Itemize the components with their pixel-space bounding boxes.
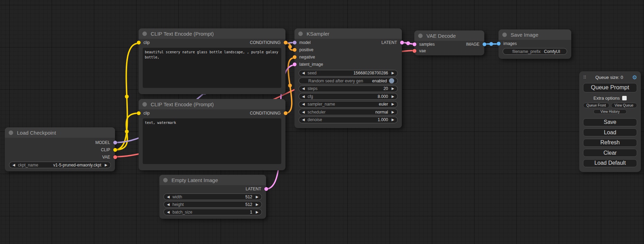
node-clip-text-encode-negative[interactable]: CLIP Text Encode (Prompt) clip CONDITION…: [139, 99, 285, 170]
images-input-dot[interactable]: [497, 42, 501, 45]
stepper-right-icon[interactable]: ▶: [391, 110, 394, 114]
widget-value: 8.000: [378, 94, 388, 99]
widget-label: sampler_name: [308, 102, 335, 107]
latent-output-dot[interactable]: [400, 40, 404, 44]
node-vae-decode[interactable]: VAE Decode samples IMAGE vae: [414, 30, 484, 55]
link-midpoint-dot: [288, 45, 292, 49]
save-button[interactable]: Save: [583, 118, 637, 126]
collapse-dot-icon[interactable]: [142, 102, 147, 107]
stepper-right-icon[interactable]: ▶: [391, 87, 394, 90]
node-title: Empty Latent Image: [171, 177, 218, 183]
node-clip-text-encode-positive[interactable]: CLIP Text Encode (Prompt) clip CONDITION…: [139, 28, 285, 94]
stepper-left-icon[interactable]: ◀: [302, 110, 305, 114]
load-default-button[interactable]: Load Default: [583, 159, 637, 167]
refresh-button[interactable]: Refresh: [583, 139, 637, 147]
stepper-right-icon[interactable]: ▶: [391, 102, 394, 106]
node-title-bar[interactable]: KSampler: [294, 28, 402, 39]
collapse-dot-icon[interactable]: [298, 31, 303, 36]
node-title-bar[interactable]: Load Checkpoint: [5, 127, 115, 138]
clip-input-dot[interactable]: [137, 111, 141, 115]
slot-row: clip CONDITIONING: [139, 109, 285, 117]
batch-size-widget[interactable]: ◀ batch_size 1 ▶: [164, 209, 262, 215]
ckpt-name-widget[interactable]: ◀ ckpt_name v1-5-pruned-emaonly.ckpt ▶: [9, 162, 111, 168]
negative-input-dot[interactable]: [293, 55, 297, 59]
stepper-right-icon[interactable]: ▶: [256, 195, 258, 199]
width-widget[interactable]: ◀ width 512 ▶: [164, 193, 262, 200]
queue-prompt-button[interactable]: Queue Prompt: [583, 83, 637, 92]
stepper-right-icon[interactable]: ▶: [256, 203, 258, 206]
sampler-name-widget[interactable]: ◀ sampler_name euler ▶: [299, 101, 398, 108]
latent-image-input-dot[interactable]: [293, 62, 297, 66]
stepper-left-icon[interactable]: ◀: [302, 87, 305, 90]
toggle-knob-icon[interactable]: [389, 78, 394, 83]
stepper-left-icon[interactable]: ◀: [302, 71, 305, 75]
stepper-right-icon[interactable]: ▶: [105, 163, 107, 167]
view-history-button[interactable]: View History: [593, 109, 627, 114]
node-load-checkpoint[interactable]: Load Checkpoint MODEL CLIP VAE ◀ ckpt_na…: [5, 127, 115, 171]
node-title: CLIP Text Encode (Prompt): [151, 31, 214, 37]
positive-input-dot[interactable]: [293, 48, 297, 52]
stepper-left-icon[interactable]: ◀: [302, 95, 305, 98]
collapse-dot-icon[interactable]: [163, 178, 168, 182]
node-save-image[interactable]: Save Image images filename_prefix ComfyU…: [499, 29, 571, 59]
extra-options-checkbox[interactable]: [622, 96, 627, 100]
positive-prompt-textarea[interactable]: beautiful scenery nature glass bottle la…: [143, 48, 281, 88]
samples-input-dot[interactable]: [413, 42, 416, 46]
view-queue-button[interactable]: View Queue: [611, 103, 637, 108]
conditioning-output-dot[interactable]: [284, 40, 288, 44]
vae-output-dot[interactable]: [113, 155, 117, 159]
latent-output-dot[interactable]: [264, 187, 268, 191]
widget-label: denoise: [308, 117, 322, 122]
queue-front-button[interactable]: Queue Front: [583, 103, 609, 108]
collapse-dot-icon[interactable]: [502, 33, 507, 37]
scheduler-widget[interactable]: ◀ scheduler normal ▶: [299, 109, 398, 115]
output-slot-clip: CLIP: [5, 146, 115, 153]
collapse-dot-icon[interactable]: [418, 34, 423, 38]
negative-prompt-textarea[interactable]: text, watermark: [143, 118, 281, 164]
clip-output-dot[interactable]: [113, 148, 117, 152]
node-title-bar[interactable]: VAE Decode: [414, 30, 484, 41]
random-seed-toggle[interactable]: Random seed after every gen enabled: [299, 78, 398, 84]
stepper-left-icon[interactable]: ◀: [302, 102, 305, 106]
widget-value: v1-5-pruned-emaonly.ckpt: [53, 163, 102, 168]
clear-button[interactable]: Clear: [583, 149, 637, 157]
denoise-widget[interactable]: ◀ denoise 1.000 ▶: [299, 117, 398, 123]
node-title-bar[interactable]: Empty Latent Image: [159, 175, 266, 185]
stepper-left-icon[interactable]: ◀: [302, 118, 305, 121]
steps-widget[interactable]: ◀ steps 20 ▶: [299, 85, 398, 92]
link-midpoint-dot: [125, 130, 129, 134]
comfyui-canvas[interactable]: { "icons": { "left_arrow": "◀", "right_a…: [0, 0, 644, 244]
stepper-left-icon[interactable]: ◀: [167, 210, 170, 214]
node-title: VAE Decode: [426, 33, 456, 39]
node-title-bar[interactable]: CLIP Text Encode (Prompt): [139, 99, 285, 109]
slot-label: VAE: [102, 155, 110, 160]
widget-value: 1.000: [378, 117, 388, 122]
filename-prefix-widget[interactable]: filename_prefix ComfyUI: [503, 48, 567, 55]
stepper-left-icon[interactable]: ◀: [167, 195, 170, 199]
node-title-bar[interactable]: Save Image: [499, 29, 571, 40]
node-empty-latent-image[interactable]: Empty Latent Image LATENT ◀ width 512 ▶ …: [159, 175, 266, 219]
widget-value: 156680208700286: [353, 71, 388, 75]
stepper-left-icon[interactable]: ◀: [167, 203, 170, 206]
model-output-dot[interactable]: [113, 141, 117, 144]
stepper-right-icon[interactable]: ▶: [391, 71, 394, 75]
model-input-dot[interactable]: [293, 40, 297, 44]
collapse-dot-icon[interactable]: [142, 31, 147, 36]
node-ksampler[interactable]: KSampler model LATENT positive negative …: [294, 28, 402, 128]
stepper-right-icon[interactable]: ▶: [256, 210, 258, 214]
stepper-right-icon[interactable]: ▶: [391, 95, 394, 98]
image-output-dot[interactable]: [483, 42, 486, 46]
load-button[interactable]: Load: [583, 128, 637, 136]
cfg-widget[interactable]: ◀ cfg 8.000 ▶: [299, 93, 398, 100]
stepper-right-icon[interactable]: ▶: [391, 118, 394, 121]
gear-icon[interactable]: ⚙: [632, 74, 637, 81]
seed-widget[interactable]: ◀ seed 156680208700286 ▶: [299, 70, 398, 76]
drag-handle-icon[interactable]: ⠿: [583, 75, 586, 80]
vae-input-dot[interactable]: [413, 49, 416, 53]
collapse-dot-icon[interactable]: [9, 130, 13, 135]
clip-input-dot[interactable]: [137, 40, 141, 44]
stepper-left-icon[interactable]: ◀: [12, 163, 15, 167]
node-title-bar[interactable]: CLIP Text Encode (Prompt): [139, 28, 285, 39]
conditioning-output-dot[interactable]: [284, 111, 288, 115]
height-widget[interactable]: ◀ height 512 ▶: [164, 201, 262, 208]
